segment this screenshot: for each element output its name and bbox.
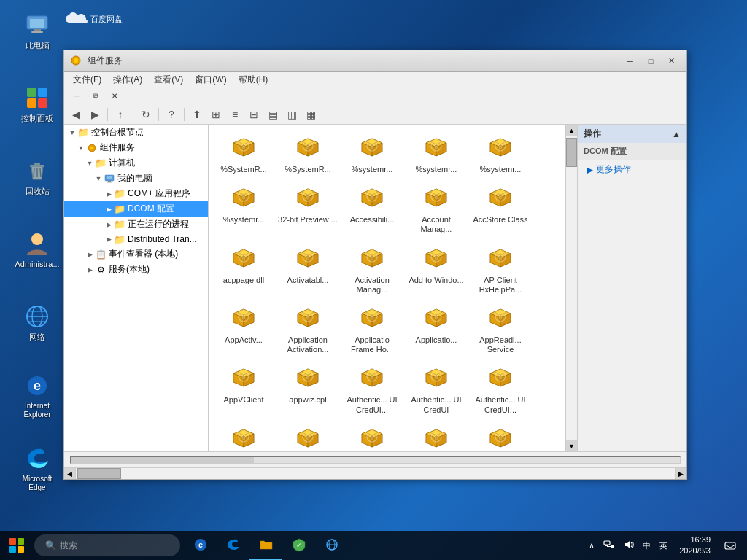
tree-item-computer[interactable]: ▼ 📁 计算机 [64,155,208,171]
vertical-scrollbar[interactable]: ▲ ▼ [565,125,577,451]
dcom-item[interactable]: Applicatio Frame Ho... [340,298,404,358]
tree-toggle-services[interactable]: ▶ [85,265,95,275]
desktop-icon-edge[interactable]: MicrosoftEdge [11,441,63,495]
scroll-thumb[interactable] [566,138,577,167]
menu-window[interactable]: 窗口(W) [189,72,232,88]
dcom-item[interactable]: Activatabl... [276,238,340,298]
dcom-item[interactable]: Application Activation... [276,298,340,358]
tree-toggle-running[interactable]: ▶ [104,219,114,230]
tree-item-component[interactable]: ▼ 组件服务 [64,140,208,155]
tree-toggle-dist[interactable]: ▶ [104,234,114,244]
tree-toggle-computer[interactable]: ▼ [85,158,95,168]
help-button[interactable]: ? [163,106,180,122]
menu-action[interactable]: 操作(A) [107,72,148,88]
sub-restore[interactable]: ⧉ [86,89,105,104]
dcom-item[interactable]: AP Client HxHelpPa... [468,238,533,298]
tree-toggle-eventviewer[interactable]: ▶ [85,249,95,260]
toolbar-btn-2[interactable]: ≡ [226,106,244,122]
toolbar-btn-1[interactable]: ⊞ [207,106,225,122]
dcom-item[interactable]: %systemr... [404,128,468,178]
toolbar-btn-3[interactable]: ⊟ [245,106,263,122]
dcom-item[interactable]: Authentic... UI CredUI [404,358,468,418]
tray-notification[interactable] [719,531,741,560]
dcom-item[interactable]: Authentic... UI CredUI... [340,358,404,418]
minimize-button[interactable]: ─ [621,54,640,69]
dcom-item[interactable]: Account Manag... [404,178,468,238]
dcom-item[interactable]: 32-bit Preview ... [276,178,340,238]
taskbar-globe[interactable] [315,531,348,560]
tray-clock[interactable]: 16:39 2020/9/3 [673,534,716,557]
tree-item-root[interactable]: ▼ 📁 控制台根节点 [64,125,208,140]
tray-network[interactable] [600,538,618,553]
desktop-icon-ie[interactable]: e InternetExplorer [11,368,63,422]
dcom-item[interactable]: Accessibili... [340,178,404,238]
dcom-item[interactable]: %SystemR... [212,128,276,178]
taskbar-shield[interactable]: ✓ [282,531,315,560]
menu-help[interactable]: 帮助(H) [233,72,274,88]
dcom-item[interactable]: appwiz.cpl [276,358,340,418]
dcom-item[interactable]: AppActiv... [212,298,276,358]
tree-item-com[interactable]: ▶ 📁 COM+ 应用程序 [64,186,208,201]
scroll-track[interactable] [566,136,577,440]
tree-item-dist[interactable]: ▶ 📁 Distributed Tran... [64,232,208,246]
desktop-icon-recycle-bin[interactable]: 回收站 [11,153,63,199]
dcom-item[interactable]: %systemr... [340,128,404,178]
h-scroll-thumb[interactable] [77,468,121,479]
desktop-icon-administrator[interactable]: Administra... [11,226,63,272]
dcom-item[interactable]: AppVClient [212,358,276,418]
dcom-item[interactable]: AccStore Class [468,178,533,238]
taskbar-edge[interactable] [217,531,249,560]
dcom-item[interactable]: Available... [404,419,468,451]
scroll-right-button[interactable]: ▶ [675,468,686,479]
dcom-item[interactable]: %systemr... [468,128,533,178]
dcom-item[interactable]: Authentic... UI Termin... [212,419,276,451]
taskbar-folder[interactable] [249,531,282,560]
toolbar-btn-4[interactable]: ▤ [264,106,282,122]
tree-item-running[interactable]: ▶ 📁 正在运行的进程 [64,217,208,232]
refresh-button[interactable]: ↻ [137,106,155,122]
scroll-down-button[interactable]: ▼ [566,440,577,451]
scroll-left-button[interactable]: ◀ [64,468,76,479]
dcom-item[interactable]: %systemr... [212,178,276,238]
actions-more-button[interactable]: ▶ 更多操作 [578,160,686,179]
maximize-button[interactable]: □ [641,54,660,69]
sub-close[interactable]: ✕ [105,89,124,104]
dcom-item[interactable]: Add to Windo... [404,238,468,298]
tree-toggle-mycomputer[interactable]: ▼ [93,174,104,184]
dcom-item[interactable]: Activation Manag... [340,238,404,298]
toolbar-btn-5[interactable]: ▥ [283,106,301,122]
close-button[interactable]: ✕ [662,54,681,69]
tree-toggle-dcom[interactable]: ▶ [104,204,114,214]
dcom-item[interactable]: %SystemR... [276,128,340,178]
tree-item-mycomputer[interactable]: ▼ 我的电脑 [64,171,208,186]
dcom-item[interactable]: AxInstSv [468,419,533,451]
scroll-up-button[interactable]: ▲ [566,125,577,136]
toolbar-btn-6[interactable]: ▦ [302,106,320,122]
back-button[interactable]: ◀ [67,106,85,122]
tree-toggle-root[interactable]: ▼ [67,128,77,138]
desktop-icon-this-pc[interactable]: 此电脑 [11,7,63,53]
horizontal-scrollbar[interactable]: ◀ ▶ [64,467,686,479]
tree-toggle-com[interactable]: ▶ [104,189,114,199]
sub-minimize[interactable]: ─ [67,89,86,104]
desktop-icon-network[interactable]: 网络 [11,299,63,345]
tray-chevron[interactable]: ∧ [586,540,597,552]
export-button[interactable]: ⬆ [188,106,206,122]
tray-lang[interactable]: 中 [640,539,654,553]
desktop-icon-control-panel[interactable]: 控制面板 [11,80,63,126]
dcom-item[interactable]: Authentic... UI CredUI... [468,358,533,418]
dcom-item[interactable]: Applicatio... [404,298,468,358]
up-button[interactable]: ↑ [112,106,129,122]
start-button[interactable] [0,531,33,560]
dcom-item[interactable]: AppReadi... Service [468,298,533,358]
forward-button[interactable]: ▶ [86,106,104,122]
h-scroll-track[interactable] [76,468,675,479]
dcom-item[interactable]: acppage.dll [212,238,276,298]
search-bar[interactable]: 🔍 搜索 [34,534,180,556]
dcom-item[interactable]: AuthHost [276,419,340,451]
tree-toggle-component[interactable]: ▼ [76,143,86,153]
menu-view[interactable]: 查看(V) [148,72,189,88]
tray-volume[interactable] [621,538,637,553]
tree-item-services[interactable]: ▶ ⚙ 服务(本地) [64,262,208,277]
tree-item-eventviewer[interactable]: ▶ 📋 事件查看器 (本地) [64,246,208,262]
